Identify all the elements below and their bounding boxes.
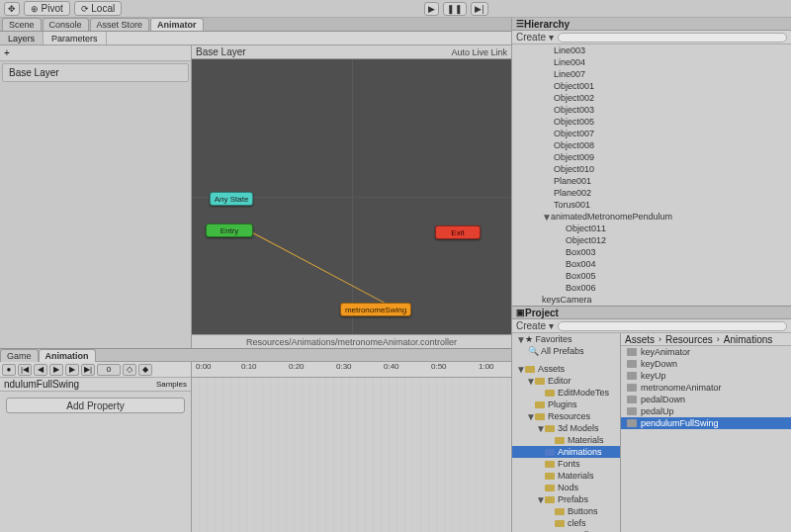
hierarchy-item[interactable]: Object001 xyxy=(512,80,791,92)
local-toggle[interactable]: ⟳ Local xyxy=(74,1,122,16)
project-title-label: Project xyxy=(525,308,559,318)
project-file[interactable]: keyDown xyxy=(621,358,791,370)
hierarchy-item[interactable]: Box006 xyxy=(512,282,791,294)
project-folder[interactable]: ▼Assets xyxy=(512,363,620,375)
project-folder[interactable]: ▼Resources xyxy=(512,410,620,422)
tab-console[interactable]: Console xyxy=(43,18,89,31)
play-button[interactable]: ▶ xyxy=(424,2,439,16)
pivot-toggle[interactable]: ⊕ Pivot xyxy=(24,1,70,16)
add-property-button[interactable]: Add Property xyxy=(6,398,185,413)
project-folder[interactable]: Plugins xyxy=(512,399,620,410)
file-icon xyxy=(627,360,637,368)
project-file[interactable]: pedalUp xyxy=(621,405,791,417)
hierarchy-item[interactable]: Line003 xyxy=(512,44,791,56)
auto-live-link-toggle[interactable]: Auto Live Link xyxy=(451,47,507,57)
hierarchy-item[interactable]: Box003 xyxy=(512,246,791,258)
project-folder[interactable]: EditModeTes xyxy=(512,387,620,399)
project-file[interactable]: pedalDown xyxy=(621,394,791,405)
hierarchy-item[interactable]: Line007 xyxy=(512,68,791,80)
hierarchy-item[interactable]: Torus001 xyxy=(512,199,791,211)
pause-button[interactable]: ❚❚ xyxy=(443,2,467,16)
hierarchy-item[interactable]: keysCamera xyxy=(512,294,791,306)
layer-base[interactable]: Base Layer xyxy=(2,63,189,82)
project-folder[interactable]: Buttons xyxy=(512,505,620,517)
animator-breadcrumb[interactable]: Base Layer xyxy=(196,46,246,57)
project-folder[interactable]: Nods xyxy=(512,482,620,493)
layers-plus-icon[interactable]: + xyxy=(4,47,10,58)
hierarchy-item[interactable]: Object005 xyxy=(512,116,791,128)
project-title: ▣ Project xyxy=(512,307,791,319)
project-file-list[interactable]: keyAnimatorkeyDownkeyUpmetronomeAnimator… xyxy=(621,346,791,532)
project-folder[interactable]: Materials xyxy=(512,470,620,482)
node-default-state[interactable]: metronomeSwing xyxy=(340,303,411,316)
hierarchy-item[interactable]: Box004 xyxy=(512,258,791,270)
hierarchy-item[interactable]: Object010 xyxy=(512,163,791,175)
anim-nextkey-icon[interactable]: ▶ xyxy=(65,364,79,376)
anim-addevent-icon[interactable]: ◆ xyxy=(138,364,152,376)
tool-hand-icon[interactable]: ✥ xyxy=(4,2,20,16)
project-file-selected[interactable]: pendulumFullSwing xyxy=(621,417,791,429)
anim-addkey-icon[interactable]: ◇ xyxy=(123,364,136,376)
project-create-dropdown[interactable]: Create ▾ xyxy=(516,320,554,331)
anim-frame-field[interactable]: 0 xyxy=(97,364,121,376)
animation-timeline[interactable]: 0:00 0:10 0:20 0:30 0:40 0:50 1:00 xyxy=(192,362,511,532)
hierarchy-item[interactable]: Object007 xyxy=(512,128,791,139)
project-file[interactable]: keyAnimator xyxy=(621,346,791,358)
hierarchy-item[interactable]: Plane001 xyxy=(512,175,791,187)
tab-animator[interactable]: Animator xyxy=(150,18,204,31)
hierarchy-item[interactable]: Object012 xyxy=(512,234,791,246)
project-folder[interactable]: ▼Editor xyxy=(512,375,620,387)
project-folder[interactable]: ▼Prefabs xyxy=(512,493,620,505)
tab-animation[interactable]: Animation xyxy=(39,349,96,362)
animator-graph-canvas[interactable]: Any State Entry metronomeSwing Exit xyxy=(192,59,511,334)
hierarchy-item[interactable]: Plane002 xyxy=(512,187,791,199)
step-button[interactable]: ▶| xyxy=(471,2,487,16)
project-folder[interactable]: Fonts xyxy=(512,458,620,470)
project-folder-tree[interactable]: ▼★ Favorites🔍 All Prefabs▼Assets▼EditorE… xyxy=(512,333,621,532)
node-exit[interactable]: Exit xyxy=(435,225,481,239)
anim-first-icon[interactable]: |◀ xyxy=(18,364,32,376)
project-search-input[interactable] xyxy=(558,321,787,331)
breadcrumb-seg[interactable]: Assets xyxy=(625,334,655,345)
breadcrumb-seg[interactable]: Animations xyxy=(724,334,772,345)
tab-asset-store[interactable]: Asset Store xyxy=(90,18,150,31)
anim-play-icon[interactable]: ▶ xyxy=(49,364,63,376)
hierarchy-item[interactable]: Object003 xyxy=(512,104,791,116)
anim-prevkey-icon[interactable]: ◀ xyxy=(34,364,47,376)
animator-tab-layers[interactable]: Layers xyxy=(0,32,44,44)
anim-record-icon[interactable]: ● xyxy=(2,364,16,376)
project-folder[interactable]: ▼3d Models xyxy=(512,422,620,434)
layers-header: + xyxy=(0,45,191,61)
anim-last-icon[interactable]: ▶| xyxy=(81,364,95,376)
hierarchy-item[interactable]: Line004 xyxy=(512,56,791,68)
tab-scene[interactable]: Scene xyxy=(2,18,42,31)
timeline-ruler[interactable]: 0:00 0:10 0:20 0:30 0:40 0:50 1:00 xyxy=(192,362,511,378)
animator-tab-parameters[interactable]: Parameters xyxy=(44,32,107,44)
node-entry[interactable]: Entry xyxy=(206,223,253,237)
hierarchy-body[interactable]: Line003Line004Line007Object001Object002O… xyxy=(512,44,791,306)
hierarchy-item[interactable]: Object002 xyxy=(512,92,791,104)
project-folder[interactable]: clefs xyxy=(512,517,620,529)
hierarchy-item-parent[interactable]: ▼animatedMetronomePendulum xyxy=(512,211,791,222)
transition-edge[interactable] xyxy=(249,230,390,306)
tab-game[interactable]: Game xyxy=(0,349,39,362)
node-any-state[interactable]: Any State xyxy=(210,192,253,206)
project-favorite-item[interactable]: 🔍 All Prefabs xyxy=(512,345,620,357)
hierarchy-item[interactable]: Object011 xyxy=(512,222,791,234)
project-breadcrumb[interactable]: Assets › Resources › Animations xyxy=(621,333,791,346)
project-file[interactable]: keyUp xyxy=(621,370,791,382)
project-favorites[interactable]: ▼★ Favorites xyxy=(512,333,620,345)
dopesheet-area[interactable] xyxy=(192,378,511,532)
project-file[interactable]: metronomeAnimator xyxy=(621,382,791,394)
unity-editor-root: ✥ ⊕ Pivot ⟳ Local ▶ ❚❚ ▶| Scene Console … xyxy=(0,0,791,532)
hierarchy-item[interactable]: Object008 xyxy=(512,139,791,151)
hierarchy-create-dropdown[interactable]: Create ▾ xyxy=(516,32,554,43)
left-column: Scene Console Asset Store Animator Layer… xyxy=(0,18,512,532)
hierarchy-item[interactable]: Box005 xyxy=(512,270,791,282)
hierarchy-search-input[interactable] xyxy=(558,33,787,43)
hierarchy-item[interactable]: Object009 xyxy=(512,151,791,163)
breadcrumb-seg[interactable]: Resources xyxy=(665,334,713,345)
animation-clip-selector[interactable]: ndulumFullSwing Samples xyxy=(0,378,191,392)
project-folder[interactable]: Materials xyxy=(512,434,620,446)
project-folder-selected[interactable]: Animations xyxy=(512,446,620,458)
